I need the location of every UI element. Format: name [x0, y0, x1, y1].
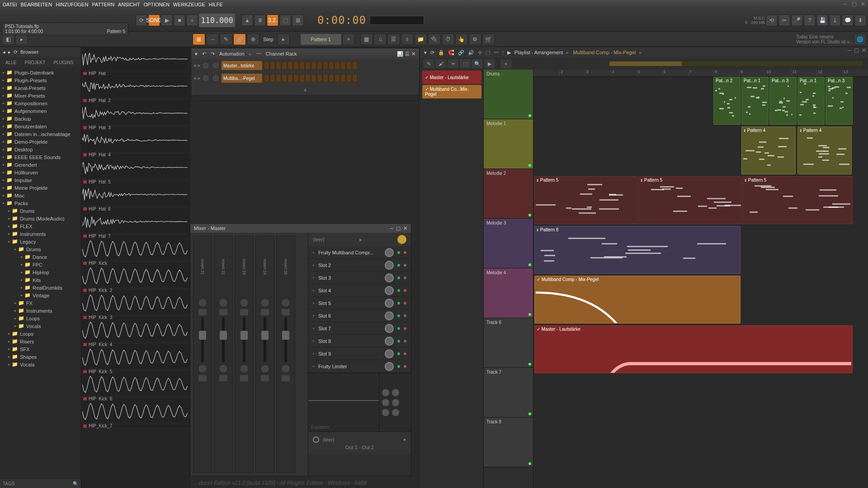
mixer-close-icon[interactable]: ✕	[403, 225, 407, 231]
step-button[interactable]	[323, 74, 328, 82]
fx-slot[interactable]: ▸Slot 3	[308, 272, 411, 284]
tree-item[interactable]: ▸📁Demo-Projekte	[0, 138, 81, 145]
slot-menu-icon[interactable]	[404, 302, 406, 305]
play-button[interactable]: ▶	[161, 14, 173, 26]
mixer-max-icon[interactable]: ▢	[396, 225, 401, 231]
track-fader[interactable]	[243, 317, 245, 362]
tree-item[interactable]: ▸📁Drums (ModeAudio)	[0, 215, 81, 222]
tree-item[interactable]: ▸📁Dance	[0, 253, 81, 261]
step-button[interactable]	[288, 74, 293, 82]
step-button[interactable]	[317, 74, 322, 82]
pl-min-icon[interactable]: ─	[847, 47, 851, 53]
loop-icon[interactable]: ⊞	[292, 14, 304, 26]
overdub-icon[interactable]: ⬚	[279, 14, 291, 26]
tool-slice-icon[interactable]: ✂	[448, 59, 458, 68]
tree-item[interactable]: ▸📁HipHop	[0, 268, 81, 276]
sample-item[interactable]: HIP_Hat_7	[81, 210, 189, 237]
chrack-step-icon[interactable]: ☰	[405, 51, 410, 57]
eq-knob[interactable]	[392, 409, 399, 416]
tab-alle[interactable]: ALLE	[2, 59, 20, 66]
tree-item[interactable]: ▸📁Vocals	[0, 322, 81, 330]
menu-hinzufuegen[interactable]: HINZUFÜGEN	[56, 2, 88, 7]
maximize-icon[interactable]: ▢	[851, 1, 857, 7]
tool-play-icon[interactable]: ▶	[484, 59, 495, 68]
track-mute-led[interactable]	[528, 462, 531, 465]
output-arrow-icon[interactable]: ▸	[404, 436, 406, 442]
metronome-icon[interactable]: ▲	[241, 14, 253, 26]
pl-menu-icon[interactable]: ▾	[424, 50, 427, 56]
eq-knob[interactable]	[382, 389, 389, 396]
menu-optionen[interactable]: OPTIONEN	[143, 2, 169, 7]
record-button[interactable]: ●	[186, 14, 198, 26]
track-fader[interactable]	[222, 317, 225, 362]
tree-item[interactable]: ▸📁Aufgenommen	[0, 107, 81, 115]
slot-menu-icon[interactable]	[404, 352, 406, 355]
tree-item[interactable]: ▸📁Dateien in...ischenablage	[0, 130, 81, 138]
fx-slot[interactable]: ▸Slot 8	[308, 335, 411, 347]
snap-value[interactable]: Step	[263, 37, 274, 42]
track-pan-knob[interactable]	[219, 298, 228, 307]
track-mute-led[interactable]	[528, 214, 531, 216]
channel-row[interactable]: Master...tstärke	[191, 59, 419, 72]
slot-menu-icon[interactable]	[404, 264, 406, 267]
tool-zoom-icon[interactable]: 🔍	[472, 59, 483, 68]
sample-item[interactable]: HIP_Kick_4	[81, 318, 189, 345]
tree-item[interactable]: ▸📁SFX	[0, 345, 81, 353]
step-button[interactable]	[311, 74, 316, 82]
playlist-clip[interactable]: ⫾ Pattern 4	[741, 127, 796, 174]
channel-pan-knob[interactable]	[202, 74, 210, 82]
tree-item[interactable]: ▸📁Plugin-Presets	[0, 76, 81, 84]
track-mute-button[interactable]	[240, 309, 248, 315]
pl-zoom-icon[interactable]: ⊹	[478, 50, 482, 56]
fx-slot[interactable]: ▸Fruity Multiband Compr...	[308, 246, 411, 259]
view-plugin-icon[interactable]: 🔌	[428, 33, 441, 45]
pl-max-icon[interactable]: ▢	[854, 47, 859, 53]
menu-datei[interactable]: DATEI	[3, 2, 17, 7]
playlist-clip[interactable]: ⫾ Pattern 8	[534, 226, 741, 274]
undo-icon[interactable]: ⟲	[766, 14, 778, 26]
fx-slot[interactable]: ▸Slot 4	[308, 284, 411, 297]
step-button[interactable]	[299, 74, 305, 82]
ruler-mark[interactable]: 11	[791, 70, 816, 76]
eq-knob[interactable]	[382, 409, 389, 416]
slot-enable-led[interactable]	[397, 314, 400, 317]
countdown-icon[interactable]: 3.2.	[267, 14, 278, 26]
snap-next-icon[interactable]: ▸	[277, 33, 290, 45]
pl-crumb[interactable]: Multiband Comp - Mix-Pegel	[573, 50, 636, 55]
picker-item[interactable]: ✓ Master - Lautstärke	[422, 70, 481, 84]
view-playlist-icon[interactable]: ▦	[360, 33, 373, 45]
pl-close-icon[interactable]: ✕	[862, 47, 866, 53]
ruler-mark[interactable]: 13	[842, 70, 868, 76]
tool-add-icon[interactable]: +	[500, 59, 511, 68]
sync-icon[interactable]: ⟳	[136, 14, 147, 26]
chrack-graph-icon[interactable]: 📊	[397, 51, 403, 57]
tool-draw-icon[interactable]: ✎	[423, 59, 434, 68]
step-button[interactable]	[335, 74, 340, 82]
chrack-filter[interactable]: Automation	[219, 51, 245, 56]
chrack-scrollbar[interactable]	[191, 95, 419, 101]
browser-refresh-icon[interactable]: ⟳	[14, 49, 18, 55]
track-mute-led[interactable]	[528, 413, 531, 415]
ruler-mark[interactable]: 9	[739, 70, 765, 76]
tab-library[interactable]: LIBRARY	[78, 59, 82, 66]
playlist-grid[interactable]: 2345678910111213 Pat...n 2Pat...n 1Pat..…	[533, 70, 868, 488]
sample-item[interactable]: HIP_Kick_3	[81, 291, 189, 318]
ruler-mark[interactable]: 5	[637, 70, 662, 76]
ruler-mark[interactable]: 10	[765, 70, 791, 76]
tree-item[interactable]: ▸📁Loops	[0, 330, 81, 338]
slot-enable-led[interactable]	[397, 251, 400, 254]
fx-slot[interactable]: ▸Slot 7	[308, 322, 411, 335]
output-empty-label[interactable]: (leer)	[323, 437, 335, 442]
playlist-clip[interactable]: Pat...n 1	[741, 77, 769, 125]
slot-menu-icon[interactable]	[404, 251, 406, 254]
tree-item[interactable]: ▸📁Kits	[0, 276, 81, 284]
minimize-icon[interactable]: ─	[842, 1, 848, 7]
slot-mix-knob[interactable]	[385, 311, 394, 320]
pl-sync-icon[interactable]: ⟳	[430, 50, 434, 56]
step-button[interactable]	[264, 74, 269, 82]
eq-knob[interactable]	[392, 389, 399, 396]
news-globe-icon[interactable]: 🌐	[854, 33, 866, 45]
song-mode-button[interactable]: SONG	[148, 14, 160, 26]
sample-item[interactable]: HIP_Hat_4	[81, 128, 189, 155]
slot-mix-knob[interactable]	[385, 273, 394, 282]
